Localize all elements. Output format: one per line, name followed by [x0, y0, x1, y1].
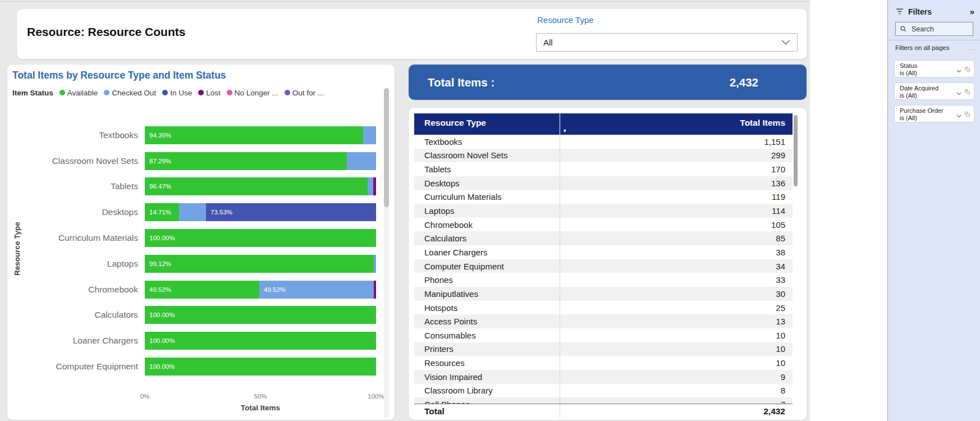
- bar-row: Textbooks94.35%: [7, 122, 377, 148]
- bar-segment[interactable]: 87.29%: [145, 152, 347, 170]
- table-row[interactable]: Textbooks1,151: [414, 135, 793, 149]
- resource-type-cell: Textbooks: [414, 137, 560, 147]
- table-row[interactable]: Consumables10: [414, 328, 793, 342]
- chart-legend: Item StatusAvailableChecked OutIn UseLos…: [12, 87, 324, 98]
- total-items-cell: 10: [560, 358, 793, 368]
- chart-title: Total Items by Resource Type and Item St…: [12, 70, 226, 81]
- sort-descending-icon: ▼: [562, 128, 567, 134]
- total-items-cell: 105: [560, 220, 793, 230]
- resource-type-cell: Loaner Chargers: [414, 248, 560, 257]
- table-card: Resource Type Total Items ▼ Textbooks1,1…: [409, 108, 807, 420]
- table-row[interactable]: Classroom Library8: [414, 384, 793, 398]
- table-row[interactable]: Phones33: [414, 273, 793, 287]
- filter-card-purchase-order[interactable]: Purchase Orderis (All): [894, 105, 974, 122]
- bar-segment[interactable]: [374, 255, 376, 273]
- clear-filter-icon[interactable]: [964, 65, 970, 75]
- resource-type-cell: Consumables: [414, 331, 560, 340]
- table-row[interactable]: Classroom Novel Sets299: [414, 149, 793, 163]
- service-background: [810, 0, 887, 421]
- table-row[interactable]: Maniputlatives30: [414, 287, 793, 301]
- table-row[interactable]: Desktops136: [414, 176, 793, 190]
- total-items-cell: 25: [560, 303, 793, 313]
- resource-type-cell: Laptops: [414, 206, 560, 216]
- filter-card-status[interactable]: Statusis (All): [894, 60, 974, 77]
- table-row[interactable]: Computer Equipment34: [414, 259, 793, 273]
- table-row[interactable]: Curriculum Materials119: [414, 190, 793, 204]
- filter-search-input[interactable]: Search: [895, 22, 973, 36]
- table-row[interactable]: Cell Phones7: [414, 397, 793, 404]
- clear-filter-icon[interactable]: [964, 87, 970, 97]
- chevron-down-icon: [781, 40, 790, 45]
- table-row[interactable]: Tablets170: [414, 162, 793, 176]
- bar-row: Laptops99.12%: [7, 251, 377, 277]
- table-row[interactable]: Laptops114: [414, 204, 793, 218]
- bar-segment[interactable]: 100.00%: [145, 229, 376, 247]
- bar-segment[interactable]: [373, 177, 376, 195]
- bar-segment[interactable]: 14.71%: [145, 203, 179, 221]
- category-label: Curriculum Materials: [7, 233, 145, 243]
- more-options-button[interactable]: ...: [968, 44, 976, 51]
- segment-data-label: 73.53%: [210, 203, 232, 221]
- clear-filter-icon[interactable]: [964, 109, 970, 120]
- bar-segment[interactable]: 100.00%: [145, 332, 376, 350]
- bar-segment[interactable]: 73.53%: [206, 203, 376, 221]
- bar-segment[interactable]: 100.00%: [145, 306, 376, 324]
- bar-segment[interactable]: 96.47%: [145, 177, 368, 195]
- total-items-cell: 13: [560, 317, 793, 326]
- bar-segment[interactable]: 49.52%: [145, 281, 259, 299]
- total-items-cell: 10: [560, 344, 793, 354]
- filter-condition: is (All): [900, 92, 917, 99]
- table-row[interactable]: Printers10: [414, 342, 793, 356]
- resource-type-cell: Resources: [414, 358, 560, 368]
- bar-segment[interactable]: [374, 281, 376, 299]
- legend-dot-icon: [104, 90, 109, 95]
- bar-segment[interactable]: [363, 126, 376, 144]
- legend-dot-icon: [227, 90, 232, 95]
- table-row[interactable]: Hotspots25: [414, 301, 793, 315]
- search-placeholder: Search: [912, 25, 934, 33]
- table-row[interactable]: Calculators85: [414, 231, 793, 245]
- filter-card-date-acquired[interactable]: Date Acquiredis (All): [894, 83, 974, 100]
- bar-segment[interactable]: 99.12%: [145, 255, 374, 273]
- segment-data-label: 100.00%: [149, 229, 175, 247]
- bar-row: Loaner Chargers100.00%: [7, 328, 377, 354]
- table-row[interactable]: Resources10: [414, 356, 793, 370]
- total-items-cell: 34: [560, 262, 793, 271]
- chart-plot-area: Textbooks94.35%Classroom Novel Sets87.29…: [7, 122, 377, 379]
- table-header[interactable]: Resource Type Total Items ▼: [414, 113, 793, 135]
- x-axis-title: Total Items: [145, 404, 376, 412]
- table-row[interactable]: Access Points13: [414, 314, 793, 328]
- canvas-top-divider: [0, 1, 810, 2]
- resource-type-cell: Access Points: [414, 317, 560, 326]
- table-scrollbar-thumb[interactable]: [794, 115, 798, 186]
- bar: 100.00%: [145, 332, 376, 350]
- table-row[interactable]: Vision Impaired9: [414, 370, 793, 384]
- title-card: Resource: Resource Counts Resource Type …: [17, 9, 807, 59]
- collapse-pane-button[interactable]: »: [970, 7, 974, 16]
- segment-data-label: 49.52%: [149, 281, 171, 299]
- table-row[interactable]: Chromebook105: [414, 218, 793, 232]
- kpi-label: Total Items :: [428, 65, 494, 100]
- resource-type-cell: Computer Equipment: [414, 262, 560, 271]
- bar-segment[interactable]: 100.00%: [145, 358, 376, 376]
- bar-segment[interactable]: [179, 203, 206, 221]
- bar-segment[interactable]: 49.52%: [259, 281, 374, 299]
- filters-section-label: Filters on all pages: [895, 44, 950, 51]
- bar-segment[interactable]: [368, 177, 373, 195]
- resource-type-dropdown[interactable]: All: [536, 33, 798, 52]
- table-row[interactable]: Loaner Chargers38: [414, 245, 793, 259]
- chevron-down-icon: [956, 65, 961, 75]
- filter-condition: is (All): [900, 70, 917, 76]
- legend-item: Lost: [198, 89, 221, 97]
- resource-type-cell: Phones: [414, 275, 560, 285]
- legend-label: Available: [67, 89, 98, 97]
- total-items-cell: 33: [560, 275, 793, 285]
- page-title: Resource: Resource Counts: [27, 25, 185, 39]
- bar-row: Calculators100.00%: [7, 303, 377, 328]
- total-label: Total: [414, 406, 560, 417]
- bar-segment[interactable]: 94.35%: [145, 126, 363, 144]
- bar-segment[interactable]: [347, 152, 376, 170]
- filters-pane: Filters » Search Filters on all pages ..…: [887, 0, 980, 421]
- category-label: Loaner Chargers: [7, 336, 145, 346]
- chart-scrollbar-thumb[interactable]: [384, 88, 389, 207]
